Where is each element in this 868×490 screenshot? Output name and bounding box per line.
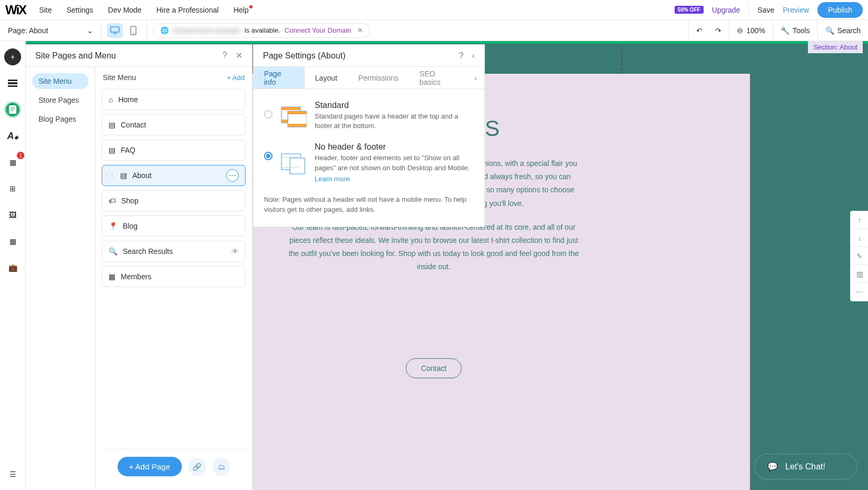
menu-site[interactable]: Site xyxy=(39,6,52,14)
drag-handle-icon[interactable]: ⋮⋮ xyxy=(104,173,115,179)
svg-rect-11 xyxy=(288,111,307,114)
page-item-members[interactable]: ▦Members xyxy=(102,266,246,287)
rail-pages-button[interactable] xyxy=(4,101,21,118)
svg-rect-8 xyxy=(281,107,300,110)
move-up-button[interactable]: ↑ xyxy=(851,211,868,229)
page-item-home[interactable]: ⌂Home xyxy=(102,89,246,110)
nav-site-menu[interactable]: Site Menu xyxy=(32,73,89,89)
learn-more-link[interactable]: Learn more xyxy=(315,175,349,183)
section-label[interactable]: Section: About xyxy=(808,41,863,53)
tab-seo-basics[interactable]: SEO basics xyxy=(409,67,467,89)
rail-data-button[interactable]: ▦ xyxy=(4,233,21,250)
nav-store-pages[interactable]: Store Pages xyxy=(32,92,89,108)
menu-dev-mode[interactable]: Dev Mode xyxy=(108,6,142,14)
help-icon[interactable]: ? xyxy=(222,51,227,61)
layout-note: Note: Pages without a header will not ha… xyxy=(264,194,474,215)
zoom-icon: ⊖ xyxy=(737,26,743,35)
page-actions-button[interactable]: ⋯ xyxy=(226,169,239,182)
undo-redo-group: ↶ ↷ xyxy=(688,20,729,41)
undo-icon[interactable]: ↶ xyxy=(696,26,703,35)
tools-menu[interactable]: 🔧 Tools xyxy=(773,20,817,41)
discount-badge: 50% OFF xyxy=(675,6,704,14)
page-selector-label: Page: About xyxy=(8,26,48,35)
zoom-control[interactable]: ⊖ 100% xyxy=(729,20,773,41)
folder-page-button[interactable]: 🗂 xyxy=(212,458,230,476)
option-title: No header & footer xyxy=(315,142,474,152)
layout-option-standard[interactable]: Standard Standard pages have a header at… xyxy=(264,101,474,131)
chat-icon: 💬 xyxy=(767,462,778,472)
mobile-view-button[interactable] xyxy=(125,23,141,38)
page-item-contact[interactable]: ▤Contact xyxy=(102,114,246,135)
rail-media-button[interactable]: 🖼 xyxy=(4,207,21,223)
menu-settings[interactable]: Settings xyxy=(66,6,93,14)
data-icon: ▦ xyxy=(9,237,16,246)
svg-rect-5 xyxy=(8,85,17,87)
contact-button[interactable]: Contact xyxy=(406,358,462,378)
tools-icon: 🔧 xyxy=(781,26,789,35)
rail-sections-button[interactable] xyxy=(4,75,21,92)
collapse-icon[interactable]: ‹ xyxy=(472,51,475,61)
rail-business-button[interactable]: 💼 xyxy=(4,259,21,276)
page-item-shop[interactable]: 🏷Shop xyxy=(102,190,246,211)
close-icon[interactable]: ✕ xyxy=(357,26,363,34)
radio-no-header-footer[interactable] xyxy=(264,152,272,160)
connect-domain-link[interactable]: Connect Your Domain xyxy=(285,26,351,34)
design-icon: A◆ xyxy=(7,131,18,142)
mobile-icon xyxy=(130,26,136,35)
page-item-about[interactable]: ⋮⋮ ▤ About ⋯ xyxy=(102,165,246,186)
page-icon xyxy=(9,105,16,114)
publish-button[interactable]: Publish xyxy=(817,2,863,18)
tab-permissions[interactable]: Permissions xyxy=(348,67,409,89)
rail-add-button[interactable]: + xyxy=(4,48,21,65)
save-button[interactable]: Save xyxy=(757,6,774,14)
help-icon[interactable]: ? xyxy=(459,51,464,61)
domain-notice: 🌐 domainname.example is available. Conne… xyxy=(153,23,370,38)
link-page-button[interactable]: 🔗 xyxy=(188,458,206,476)
link-icon: 🔗 xyxy=(192,463,201,471)
media-icon: 🖼 xyxy=(9,211,16,219)
rail-layers-button[interactable]: ☰ xyxy=(4,466,21,483)
tab-page-info[interactable]: Page info xyxy=(253,67,305,89)
tabs-scroll-right[interactable]: › xyxy=(467,67,484,89)
layout-button[interactable]: ▥ xyxy=(851,265,868,283)
move-down-button[interactable]: ↓ xyxy=(851,229,868,247)
tag-icon: 🏷 xyxy=(109,197,116,205)
arrow-down-icon: ↓ xyxy=(858,234,862,242)
chat-widget[interactable]: 💬 Let's Chat! xyxy=(754,454,857,479)
page-icon: ▤ xyxy=(109,121,115,129)
sections-icon xyxy=(8,80,17,87)
about-paragraph-2[interactable]: Our team is fast-paced, forward-thinking… xyxy=(286,221,581,274)
more-button[interactable]: ⋯ xyxy=(851,283,868,301)
menu-hire-pro[interactable]: Hire a Professional xyxy=(157,6,219,14)
page-item-search-results[interactable]: 🔍Search Results👁 xyxy=(102,241,246,262)
menu-help[interactable]: Help xyxy=(233,6,249,14)
page-item-blog[interactable]: 📍Blog xyxy=(102,215,246,237)
radio-standard[interactable] xyxy=(264,110,272,119)
home-icon: ⌂ xyxy=(109,95,113,104)
rail-design-button[interactable]: A◆ xyxy=(4,128,21,144)
page-item-faq[interactable]: ▤FAQ xyxy=(102,140,246,161)
add-link[interactable]: +Add xyxy=(227,74,245,82)
page-selector-dropdown[interactable]: Page: About ⌄ xyxy=(0,20,102,41)
svg-rect-12 xyxy=(288,124,307,127)
edit-button[interactable]: ✎ xyxy=(851,247,868,265)
pencil-icon: ✎ xyxy=(856,252,863,260)
layout-option-no-header-footer[interactable]: No header & footer Header, footer and el… xyxy=(264,142,474,182)
rail-addons-button[interactable]: ⊞ xyxy=(4,180,21,197)
layout-icon: ▥ xyxy=(856,270,863,278)
panel-nav: Site Menu Store Pages Blog Pages xyxy=(26,67,95,490)
redo-icon[interactable]: ↷ xyxy=(715,26,721,35)
desktop-view-button[interactable] xyxy=(107,23,123,38)
add-page-button[interactable]: + Add Page xyxy=(118,457,182,476)
search-button[interactable]: 🔍 Search xyxy=(817,20,868,41)
wix-logo[interactable]: WiX xyxy=(5,3,26,17)
tab-layout[interactable]: Layout xyxy=(305,67,348,89)
chat-label: Let's Chat! xyxy=(785,462,825,472)
preview-button[interactable]: Preview xyxy=(783,6,809,14)
nav-blog-pages[interactable]: Blog Pages xyxy=(32,111,89,127)
rail-apps-button[interactable]: ▦1 xyxy=(4,154,21,171)
close-icon[interactable]: ✕ xyxy=(236,51,242,61)
panel-title: Page Settings (About) xyxy=(263,51,346,61)
no-header-footer-icon xyxy=(280,144,307,182)
upgrade-link[interactable]: Upgrade xyxy=(712,6,740,14)
